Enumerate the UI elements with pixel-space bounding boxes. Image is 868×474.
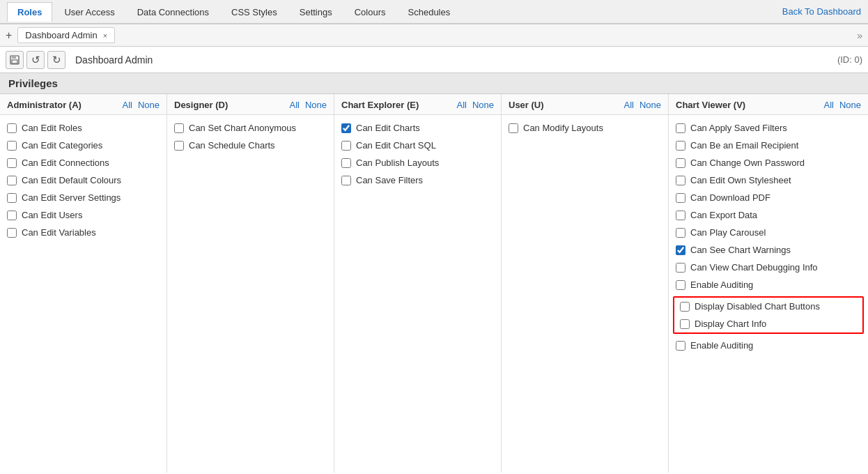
col-title-user: User (U): [509, 100, 623, 110]
label-can-apply-saved-filters[interactable]: Can Apply Saved Filters: [690, 123, 787, 133]
priv-item-can-download-pdf: Can Download PDF: [669, 189, 868, 206]
priv-column-designer: Designer (D) All None Can Set Chart Anon…: [167, 94, 334, 473]
label-can-set-chart-anonymous[interactable]: Can Set Chart Anonymous: [189, 123, 296, 133]
col-title-admin: Administrator (A): [7, 100, 122, 110]
back-to-dashboard-link[interactable]: Back To Dashboard: [782, 6, 861, 17]
checkbox-can-export-data[interactable]: [676, 211, 685, 220]
redo-button[interactable]: ↻: [47, 51, 65, 69]
label-can-play-carousel[interactable]: Can Play Carousel: [690, 227, 766, 238]
tab-colours[interactable]: Colours: [344, 2, 396, 22]
priv-item-can-see-chart-warnings: Can See Chart Warnings: [669, 241, 868, 259]
dashboard-admin-tab[interactable]: Dashboard Admin ×: [17, 27, 115, 43]
label-display-disabled-chart-buttons[interactable]: Display Disabled Chart Buttons: [695, 301, 820, 312]
priv-item-can-set-chart-anonymous: Can Set Chart Anonymous: [167, 119, 334, 137]
none-link-chartviewer[interactable]: None: [839, 100, 861, 110]
label-can-edit-roles[interactable]: Can Edit Roles: [22, 123, 82, 133]
svg-rect-1: [12, 56, 16, 59]
tab-css-styles[interactable]: CSS Styles: [221, 2, 288, 22]
label-can-download-pdf[interactable]: Can Download PDF: [690, 192, 770, 203]
priv-item-can-edit-variables: Can Edit Variables: [0, 224, 166, 241]
label-can-edit-own-stylesheet[interactable]: Can Edit Own Stylesheet: [690, 175, 791, 185]
checkbox-can-download-pdf[interactable]: [676, 193, 685, 203]
label-can-modify-layouts[interactable]: Can Modify Layouts: [523, 123, 603, 133]
label-can-publish-layouts[interactable]: Can Publish Layouts: [356, 158, 439, 168]
label-can-edit-charts[interactable]: Can Edit Charts: [356, 123, 420, 133]
checkbox-can-edit-charts[interactable]: [341, 123, 351, 133]
checkbox-can-change-own-password[interactable]: [676, 158, 685, 168]
label-can-edit-users[interactable]: Can Edit Users: [22, 210, 82, 220]
priv-item-can-edit-own-stylesheet: Can Edit Own Stylesheet: [669, 171, 868, 189]
checkbox-display-chart-info[interactable]: [680, 319, 690, 329]
checkbox-can-edit-connections[interactable]: [7, 158, 17, 168]
checkbox-can-be-an-email-recipient[interactable]: [676, 141, 685, 151]
label-can-be-an-email-recipient[interactable]: Can Be an Email Recipient: [690, 140, 798, 151]
label-can-save-filters[interactable]: Can Save Filters: [356, 175, 423, 185]
checkbox-can-edit-default-colours[interactable]: [7, 176, 17, 185]
label-can-edit-categories[interactable]: Can Edit Categories: [22, 140, 102, 151]
checkbox-can-set-chart-anonymous[interactable]: [174, 123, 184, 133]
checkbox-can-edit-users[interactable]: [7, 211, 17, 220]
checkbox-can-modify-layouts[interactable]: [509, 123, 518, 133]
label-can-edit-variables[interactable]: Can Edit Variables: [22, 227, 96, 238]
priv-item-can-apply-saved-filters: Can Apply Saved Filters: [669, 119, 868, 137]
label-can-edit-chart-sql[interactable]: Can Edit Chart SQL: [356, 140, 436, 151]
add-tab-button[interactable]: +: [6, 29, 12, 42]
all-link-designer[interactable]: All: [289, 100, 299, 110]
priv-item-can-modify-layouts: Can Modify Layouts: [502, 119, 668, 137]
label-can-edit-connections[interactable]: Can Edit Connections: [22, 158, 109, 168]
checkbox-can-publish-layouts[interactable]: [341, 158, 351, 168]
checkbox-enable-auditing[interactable]: [676, 280, 685, 290]
label-can-change-own-password[interactable]: Can Change Own Password: [690, 158, 805, 168]
label-can-edit-default-colours[interactable]: Can Edit Default Colours: [22, 175, 121, 185]
checkbox-can-apply-saved-filters[interactable]: [676, 123, 685, 133]
save-button[interactable]: [6, 51, 24, 69]
none-link-chartexplorer[interactable]: None: [472, 100, 494, 110]
tab-data-connections[interactable]: Data Connections: [127, 2, 219, 22]
tab-roles[interactable]: Roles: [7, 2, 52, 22]
tab-schedules[interactable]: Schedules: [398, 2, 461, 22]
col-title-chartviewer: Chart Viewer (V): [676, 100, 823, 110]
checkbox-can-see-chart-warnings[interactable]: [676, 245, 685, 255]
checkbox-can-edit-chart-sql[interactable]: [341, 141, 351, 151]
checkbox-can-edit-categories[interactable]: [7, 141, 17, 151]
label-can-edit-server-settings[interactable]: Can Edit Server Settings: [22, 192, 121, 203]
checkbox-can-view-chart-debugging-info[interactable]: [676, 263, 685, 273]
label-display-chart-info[interactable]: Display Chart Info: [695, 319, 766, 329]
checkbox-can-save-filters[interactable]: [341, 176, 351, 185]
all-link-user[interactable]: All: [623, 100, 633, 110]
all-link-chartexplorer[interactable]: All: [456, 100, 466, 110]
role-name-label: Dashboard Admin: [75, 54, 153, 66]
label-can-export-data[interactable]: Can Export Data: [690, 210, 757, 220]
checkbox-can-edit-server-settings[interactable]: [7, 193, 17, 203]
tab-settings[interactable]: Settings: [289, 2, 343, 22]
highlight-box: Display Disabled Chart ButtonsDisplay Ch…: [673, 296, 864, 334]
label-enable-auditing[interactable]: Enable Auditing: [690, 280, 753, 290]
tab-user-access[interactable]: User Access: [54, 2, 125, 22]
priv-item-can-edit-users: Can Edit Users: [0, 206, 166, 224]
checkbox-can-play-carousel[interactable]: [676, 228, 685, 238]
sub-tab-label: Dashboard Admin: [25, 30, 97, 40]
label-can-see-chart-warnings[interactable]: Can See Chart Warnings: [690, 245, 791, 255]
priv-item-can-publish-layouts: Can Publish Layouts: [334, 154, 501, 171]
checkbox-display-disabled-chart-buttons[interactable]: [680, 302, 690, 312]
all-link-admin[interactable]: All: [122, 100, 132, 110]
all-link-chartviewer[interactable]: All: [823, 100, 833, 110]
checkbox-can-schedule-charts[interactable]: [174, 141, 184, 151]
label-enable-auditing[interactable]: Enable Auditing: [690, 340, 753, 351]
label-can-view-chart-debugging-info[interactable]: Can View Chart Debugging Info: [690, 262, 818, 273]
none-link-user[interactable]: None: [640, 100, 661, 110]
checkbox-can-edit-roles[interactable]: [7, 123, 17, 133]
col-title-designer: Designer (D): [174, 100, 289, 110]
checkbox-can-edit-variables[interactable]: [7, 228, 17, 238]
label-can-schedule-charts[interactable]: Can Schedule Charts: [189, 140, 275, 151]
priv-item-can-edit-server-settings: Can Edit Server Settings: [0, 189, 166, 206]
priv-item-enable-auditing: Enable Auditing: [669, 276, 868, 293]
priv-column-chartexplorer: Chart Explorer (E) All None Can Edit Cha…: [334, 94, 502, 473]
none-link-admin[interactable]: None: [138, 100, 160, 110]
priv-item-can-edit-default-colours: Can Edit Default Colours: [0, 171, 166, 189]
undo-button[interactable]: ↺: [26, 51, 45, 69]
none-link-designer[interactable]: None: [305, 100, 327, 110]
checkbox-enable-auditing[interactable]: [676, 341, 685, 351]
checkbox-can-edit-own-stylesheet[interactable]: [676, 176, 685, 185]
close-tab-button[interactable]: ×: [103, 31, 107, 40]
